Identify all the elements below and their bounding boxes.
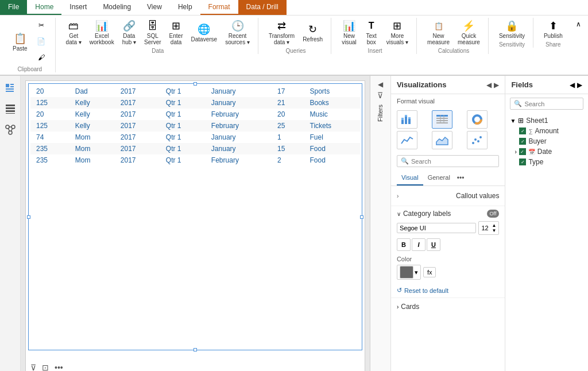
tab-file[interactable]: File	[0, 0, 27, 15]
svg-rect-5	[6, 105, 15, 106]
amount-sum-icon: ∑	[528, 128, 532, 134]
paste-button[interactable]: 📋 Paste	[9, 30, 31, 53]
publish-button[interactable]: ⬆ Publish	[540, 18, 566, 40]
cell-quarter: Qtr 1	[160, 97, 206, 109]
date-checkbox[interactable]: ✓	[519, 148, 526, 155]
viz-expand-icon[interactable]: ◀	[486, 81, 492, 89]
fields-item-amount[interactable]: ✓ ∑ Amount	[510, 126, 583, 136]
category-labels-toggle[interactable]: Off	[487, 210, 500, 218]
excel-workbook-button[interactable]: 📊 Excelworkbook	[86, 18, 118, 47]
underline-button[interactable]: U	[427, 238, 440, 251]
bold-button[interactable]: B	[397, 238, 411, 251]
fields-search-box[interactable]: 🔍	[510, 98, 583, 110]
quick-measure-button[interactable]: ⚡ Quickmeasure	[454, 18, 483, 47]
fields-collapse-icon[interactable]: ▶	[577, 81, 582, 89]
data-hub-button[interactable]: 🔗 Datahub ▾	[119, 18, 140, 47]
fields-item-type[interactable]: ✓ Type	[510, 157, 583, 167]
viz-collapse-icon[interactable]: ▶	[494, 81, 499, 89]
sidebar-model-icon[interactable]	[2, 122, 18, 138]
buyer-checkbox[interactable]: ✓	[519, 138, 526, 145]
tab-modeling[interactable]: Modeling	[95, 0, 139, 15]
selection-handle-bottom	[194, 348, 197, 351]
collapse-icon: ∧	[576, 20, 581, 28]
fields-expand-icon[interactable]: ◀	[570, 81, 575, 89]
sidebar-report-icon[interactable]	[2, 80, 18, 96]
tab-format[interactable]: Format	[200, 0, 238, 15]
tab-home[interactable]: Home	[27, 0, 61, 15]
viz-icons-grid	[391, 108, 505, 152]
cell-type: Sports	[304, 86, 361, 97]
callout-values-row[interactable]: › Callout values	[397, 190, 499, 202]
new-visual-button[interactable]: 📊 Newvisual	[338, 18, 360, 47]
svg-rect-20	[408, 117, 411, 119]
reset-to-default-button[interactable]: ↺ Reset to default	[391, 283, 505, 297]
fields-search-input[interactable]	[524, 101, 579, 107]
transform-data-button[interactable]: ⇄ Transformdata ▾	[265, 18, 298, 47]
type-checkbox[interactable]: ✓	[519, 159, 526, 165]
focus-mode-icon[interactable]: ⊡	[42, 363, 49, 371]
fields-item-buyer[interactable]: ✓ Buyer	[510, 136, 583, 146]
cell-year: 2017	[115, 86, 160, 97]
recent-sources-button[interactable]: 🕒 Recentsources ▾	[222, 18, 253, 47]
tab-datadrill[interactable]: Data / Drill	[238, 0, 287, 15]
table-row: 235Mom2017Qtr 1January15Food	[30, 143, 360, 154]
viz-tab-general[interactable]: General	[423, 171, 455, 186]
font-family-select[interactable]: Segoe UI	[397, 223, 476, 233]
cards-section[interactable]: › Cards	[391, 297, 505, 315]
viz-line-chart[interactable]	[397, 131, 417, 149]
color-picker[interactable]: ▾	[397, 265, 421, 280]
sensitivity-items: 🔒 Sensitivity	[496, 18, 528, 40]
tab-help[interactable]: Help	[170, 0, 200, 15]
fields-group-sheet1: ▼ ⊞ Sheet1 ✓ ∑ Amount	[510, 115, 583, 167]
viz-area-chart[interactable]	[432, 131, 452, 149]
insert-label: Insert	[368, 48, 382, 54]
viz-search-box[interactable]: 🔍	[397, 155, 499, 167]
get-data-button[interactable]: 🗃 Getdata ▾	[63, 18, 85, 47]
viz-donut[interactable]	[467, 110, 488, 129]
category-labels-chevron[interactable]: ∨	[397, 211, 401, 217]
filter-icon[interactable]: ⊽	[30, 363, 36, 371]
sensitivity-button[interactable]: 🔒 Sensitivity	[496, 18, 528, 40]
amount-checkbox[interactable]: ✓	[519, 127, 526, 134]
copy-button[interactable]: 📄	[32, 34, 51, 49]
sensitivity-icon: 🔒	[505, 19, 519, 33]
sidebar-table-icon[interactable]	[2, 101, 18, 117]
filters-collapse-icon[interactable]: ◀	[378, 80, 383, 88]
fields-item-date[interactable]: › ✓ 📅 Date	[510, 146, 583, 157]
sql-server-button[interactable]: 🗄 SQLServer	[141, 18, 164, 47]
calculations-label: Calculations	[438, 48, 469, 54]
sensitivity-label: Sensitivity	[499, 41, 525, 48]
viz-tab-more[interactable]: •••	[455, 171, 467, 186]
svg-point-31	[474, 138, 477, 141]
cell-year: 2017	[115, 109, 160, 120]
viz-scatter[interactable]	[467, 131, 488, 149]
viz-search-input[interactable]	[411, 158, 495, 165]
cell-month: February	[206, 154, 272, 166]
refresh-button[interactable]: ↻ Refresh	[299, 21, 326, 44]
svg-rect-15	[401, 120, 404, 124]
enter-data-icon: ⊞	[169, 19, 183, 33]
text-box-button[interactable]: T Textbox	[361, 18, 382, 47]
italic-button[interactable]: I	[412, 238, 425, 251]
viz-stacked-bar[interactable]	[397, 110, 417, 129]
cell-num: 20	[272, 109, 304, 120]
enter-data-button[interactable]: ⊞ Enterdata	[166, 18, 187, 47]
table-row: 125Kelly2017Qtr 1January21Books	[30, 97, 360, 109]
viz-tab-visual[interactable]: Visual	[397, 171, 423, 186]
dataverse-button[interactable]: 🌐 Dataverse	[188, 21, 221, 44]
new-measure-button[interactable]: 📋 Newmeasure	[424, 18, 453, 47]
tab-insert[interactable]: Insert	[61, 0, 95, 15]
paste-label: Paste	[13, 45, 28, 52]
more-visuals-button[interactable]: ⊞ Morevisuals ▾	[383, 18, 412, 47]
format-painter-button[interactable]: 🖌	[32, 50, 51, 65]
ribbon-collapse-button[interactable]: ∧	[574, 18, 583, 30]
cell-amount: 20	[30, 86, 69, 97]
font-size-input[interactable]: 12▲▼	[478, 221, 499, 235]
more-options-icon[interactable]: •••	[55, 363, 63, 371]
ribbon-group-queries: ⇄ Transformdata ▾ ↻ Refresh Queries	[261, 18, 331, 54]
viz-table-icon[interactable]	[432, 110, 452, 129]
fx-button[interactable]: fx	[423, 267, 436, 277]
cut-button[interactable]: ✂	[32, 18, 51, 33]
tab-view[interactable]: View	[139, 0, 170, 15]
fields-group-sheet1-header[interactable]: ▼ ⊞ Sheet1	[510, 115, 583, 126]
